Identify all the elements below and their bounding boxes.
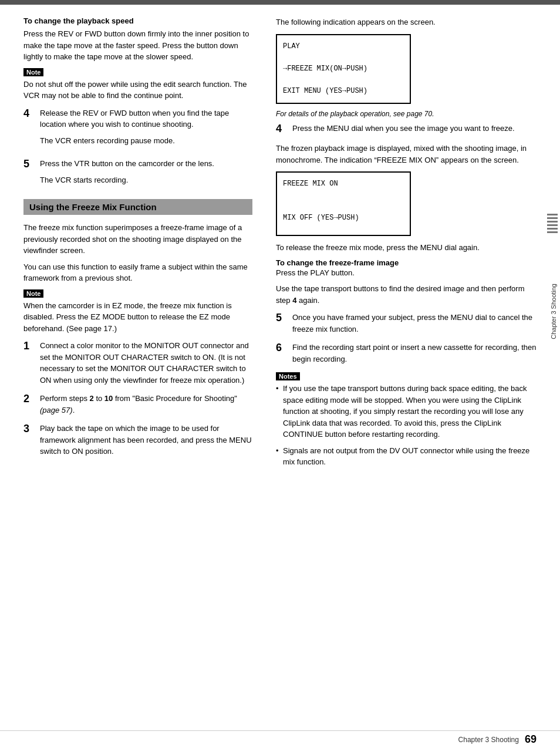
- right-column: The following indication appears on the …: [270, 16, 537, 473]
- step3: 3 Play back the tape on which the image …: [23, 423, 252, 457]
- step5-left: 5 Press the VTR button on the camcorder …: [23, 158, 252, 190]
- change-playback-title: To change the playback speed: [23, 16, 252, 25]
- step2-text-part2: to: [94, 394, 104, 403]
- step2-italic: (page 57): [40, 406, 73, 415]
- notes-list: If you use the tape transport buttons du…: [276, 383, 537, 468]
- screen2-line4: MIX OFF (YES→PUSH): [283, 213, 404, 224]
- screen2-line1: FREEZE MIX ON: [283, 178, 404, 190]
- note2-text: When the camcorder is in EZ mode, the fr…: [23, 300, 252, 335]
- step5-right-text: Once you have framed your subject, press…: [292, 312, 537, 335]
- step2-text-part1: Perform steps: [40, 394, 90, 403]
- note2-label: Note: [23, 289, 43, 298]
- step4-right: 4 Press the MENU dial when you see the i…: [276, 123, 537, 136]
- step2-num: 2: [23, 393, 35, 406]
- screen2-line2: [283, 190, 404, 201]
- screen1-line3: →FREEZE MIX(ON→PUSH): [283, 63, 404, 75]
- step4-right-num: 4: [276, 123, 288, 136]
- screen2-line3: [283, 201, 404, 212]
- step2: 2 Perform steps 2 to 10 from "Basic Proc…: [23, 393, 252, 416]
- notes-bullet2: Signals are not output from the DV OUT c…: [276, 445, 537, 468]
- freeze-para1: The freeze mix function superimposes a f…: [23, 222, 252, 257]
- step5-left-num: 5: [23, 158, 35, 171]
- notes-label: Notes: [276, 372, 300, 380]
- italic-note-right: For details of the playback operation, s…: [276, 110, 537, 118]
- page-number: 69: [525, 733, 537, 746]
- step4-left-text: Release the REV or FWD button when you f…: [40, 107, 252, 130]
- step4-right-text: Press the MENU dial when you see the ima…: [292, 123, 537, 134]
- step6-right: 6 Find the recording start point or inse…: [276, 342, 537, 365]
- tab-line-5: [547, 228, 558, 230]
- change-freeze-title: To change the freeze-frame image: [276, 258, 537, 267]
- left-column: To change the playback speed Press the R…: [23, 16, 270, 473]
- step5-right: 5 Once you have framed your subject, pre…: [276, 312, 537, 335]
- tab-line-4: [547, 224, 558, 226]
- change-playback-section: To change the playback speed Press the R…: [23, 16, 252, 63]
- step1: 1 Connect a color monitor to the MONITOR…: [23, 340, 252, 386]
- step2-text-part3: from "Basic Procedure for Shooting": [113, 394, 237, 403]
- tab-line-2: [547, 217, 558, 219]
- freeze-para2: You can use this function to easily fram…: [23, 261, 252, 284]
- change-freeze-section: To change the freeze-frame image Press t…: [276, 258, 537, 306]
- screen1-line4: [283, 75, 404, 86]
- step6-right-text: Find the recording start point or insert…: [292, 342, 537, 365]
- step4-right-para1: The frozen playback image is displayed, …: [276, 143, 537, 166]
- note2-box: Note When the camcorder is in EZ mode, t…: [23, 289, 252, 335]
- step1-text: Connect a color monitor to the MONITOR O…: [40, 340, 252, 386]
- sidebar-text: Chapter 3 Shooting: [550, 284, 557, 339]
- step-bold-4: 4: [292, 296, 296, 305]
- step4-left-para: The VCR enters recording pause mode.: [40, 135, 252, 147]
- screen1-box: PLAY →FREEZE MIX(ON→PUSH) EXIT MENU (YES…: [276, 34, 411, 105]
- top-bar: [0, 0, 560, 5]
- page: To change the playback speed Press the R…: [0, 0, 560, 748]
- step2-period: .: [73, 406, 75, 415]
- sidebar-text-container: Chapter 3 Shooting: [547, 235, 560, 388]
- step4-left: 4 Release the REV or FWD button when you…: [23, 107, 252, 151]
- step1-num: 1: [23, 340, 35, 353]
- screen1-line5: EXIT MENU (YES→PUSH): [283, 86, 404, 97]
- content-wrapper: To change the playback speed Press the R…: [0, 5, 560, 484]
- side-tab-lines: [547, 211, 560, 235]
- notes-bullet1: If you use the tape transport buttons du…: [276, 383, 537, 440]
- tab-line-6: [547, 231, 558, 233]
- screen1-line2: [283, 52, 404, 63]
- tab-line-3: [547, 221, 558, 223]
- bottom-chapter-label: Chapter 3 Shooting: [458, 736, 519, 744]
- note1-label: Note: [23, 68, 43, 76]
- note1-text: Do not shut off the power while using th…: [23, 79, 252, 102]
- step4-left-num: 4: [23, 107, 35, 120]
- step2-bold: 2: [90, 394, 94, 403]
- screen-indication-text: The following indication appears on the …: [276, 16, 537, 28]
- notes-box: Notes If you use the tape transport butt…: [276, 372, 537, 468]
- step6-right-num: 6: [276, 342, 288, 355]
- step3-text: Play back the tape on which the image to…: [40, 423, 252, 457]
- step5-right-num: 5: [276, 312, 288, 325]
- screen2-box: FREEZE MIX ON MIX OFF (YES→PUSH): [276, 171, 411, 236]
- side-tab-container: Chapter 3 Shooting: [547, 211, 560, 388]
- freeze-section-header: Using the Freeze Mix Function: [23, 199, 252, 215]
- step5-left-text: Press the VTR button on the camcorder or…: [40, 158, 252, 170]
- change-freeze-text1: Press the PLAY button.: [276, 267, 537, 279]
- bottom-bar: Chapter 3 Shooting 69: [0, 730, 560, 748]
- screen1-line1: PLAY: [283, 41, 404, 52]
- step3-num: 3: [23, 423, 35, 436]
- note1-box: Note Do not shut off the power while usi…: [23, 68, 252, 102]
- step2-bold2: 10: [104, 394, 113, 403]
- step5-left-para: The VCR starts recording.: [40, 174, 252, 186]
- tab-line-1: [547, 214, 558, 215]
- change-freeze-text2: Use the tape transport buttons to find t…: [276, 283, 537, 306]
- release-para: To release the freeze mix mode, press th…: [276, 242, 537, 254]
- change-playback-para: Press the REV or FWD button down firmly …: [23, 28, 252, 63]
